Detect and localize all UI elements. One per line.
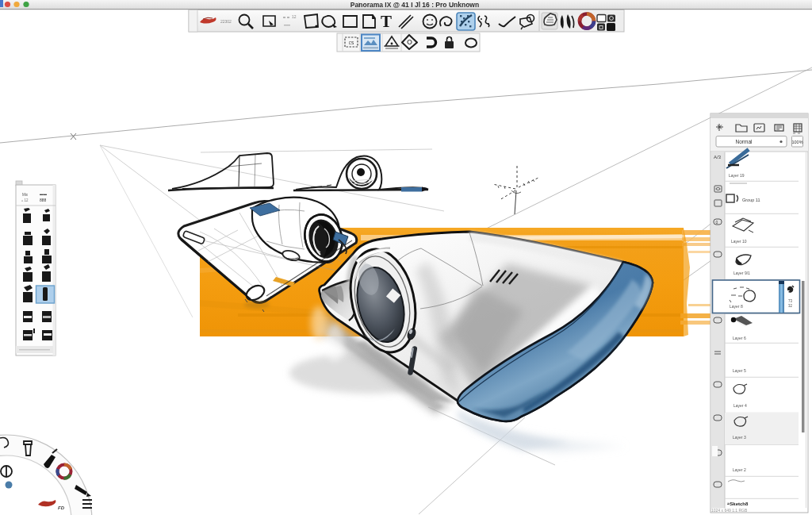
svg-text:0: 0 [716,220,718,225]
svg-text:Layer 9/1: Layer 9/1 [733,271,750,275]
svg-text:▬▬: ▬▬ [40,192,48,196]
svg-text:Layer 3: Layer 3 [733,435,746,440]
svg-text:22302: 22302 [220,19,232,24]
svg-text:Layer 5: Layer 5 [733,368,746,373]
svg-text:12: 12 [292,14,297,19]
svg-text:Group 11: Group 11 [742,198,760,202]
svg-text:812 x 515 1:1 RGB: 812 x 515 1:1 RGB [711,508,748,513]
svg-text:Layer 2: Layer 2 [733,467,746,472]
svg-text:Panorama IX @ 41 I Jl 16 : Pro: Panorama IX @ 41 I Jl 16 : Pro Unknown [350,1,479,9]
svg-text:Layer 6: Layer 6 [733,336,746,340]
svg-text:Mix: Mix [22,193,29,197]
svg-text:Layer 4: Layer 4 [733,403,747,408]
svg-text:T: T [381,12,392,31]
svg-text:FD: FD [58,505,65,510]
svg-text:Layer 10: Layer 10 [731,239,747,244]
svg-text:32: 32 [788,304,793,308]
svg-text:Layer 8: Layer 8 [730,304,743,309]
svg-text:⊥: ⊥ [356,2,361,7]
svg-text:100%: 100% [791,140,802,144]
svg-text:≈Sketch8: ≈Sketch8 [727,502,749,506]
svg-text:A/3: A/3 [714,155,722,159]
svg-text:Layer 19: Layer 19 [729,173,745,178]
svg-text:73: 73 [788,299,793,303]
svg-text:CS: CS [349,40,354,46]
svg-text:Normal: Normal [736,139,753,144]
svg-text:▵ 12: ▵ 12 [21,198,29,202]
svg-text:888: 888 [40,198,47,202]
